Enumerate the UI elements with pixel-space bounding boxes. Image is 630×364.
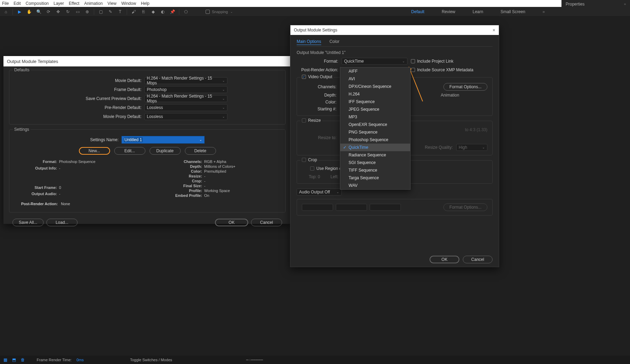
dd-item-sgi[interactable]: SGI Sequence	[340, 159, 410, 166]
include-source-xmp[interactable]: Include Source XMP Metadata	[411, 67, 493, 72]
3d-tool-icon[interactable]: ⬠	[182, 8, 190, 16]
audio-output-select[interactable]: Audio Output Off⌄	[297, 189, 342, 195]
workspace-overflow-icon[interactable]: »	[542, 9, 545, 14]
status-icon-3[interactable]: 🗑	[21, 357, 25, 362]
hand-tool-icon[interactable]: ✋	[25, 8, 33, 16]
edit-button[interactable]: Edit...	[114, 147, 145, 155]
menu-help[interactable]: Help	[141, 1, 150, 6]
delete-button[interactable]: Delete	[185, 147, 216, 155]
module-title: Output Module "Untitled 1"	[297, 50, 493, 55]
panel-properties[interactable]: Properties ≡	[561, 0, 630, 8]
resize-checkbox[interactable]	[302, 118, 306, 122]
duplicate-button[interactable]: Duplicate	[150, 147, 181, 155]
menu-composition[interactable]: Composition	[26, 1, 49, 6]
oms-cancel-button[interactable]: Cancel	[463, 256, 493, 263]
proxy-default-label: Movie Proxy Default:	[14, 114, 142, 119]
dd-item-targa[interactable]: Targa Sequence	[340, 174, 410, 182]
dd-item-iff[interactable]: IFF Sequence	[340, 98, 410, 106]
dd-item-jpeg[interactable]: JPEG Sequence	[340, 106, 410, 113]
pan-tool-icon[interactable]: ✥	[54, 8, 62, 16]
include-project-link[interactable]: Include Project Link	[411, 59, 493, 64]
movie-default-label: Movie Default:	[14, 78, 142, 83]
dd-item-quicktime[interactable]: QuickTime	[340, 144, 410, 151]
defaults-section: Defaults Movie Default: H.264 - Match Re…	[9, 70, 286, 125]
format-options-button[interactable]: Format Options...	[443, 83, 487, 91]
oms-ok-button[interactable]: OK	[430, 256, 459, 263]
dd-item-mp3[interactable]: MP3	[340, 113, 410, 121]
menu-effect[interactable]: Effect	[69, 1, 79, 6]
prerender-default-label: Pre-Render Default:	[14, 105, 142, 110]
snapping-toggle[interactable]: Snapping ⌄	[206, 10, 233, 14]
frame-default-label: Frame Default:	[14, 87, 142, 92]
video-output-checkbox[interactable]: ✓	[302, 75, 306, 79]
format-select[interactable]: QuickTime⌄	[342, 58, 407, 65]
ok-button[interactable]: OK	[215, 219, 248, 226]
menu-edit[interactable]: Edit	[14, 1, 21, 6]
menu-file[interactable]: File	[2, 1, 9, 6]
dd-item-wav[interactable]: WAV	[340, 182, 410, 189]
workspace-review[interactable]: Review	[442, 9, 455, 14]
crop-checkbox[interactable]	[302, 158, 306, 162]
snapping-checkbox[interactable]	[206, 10, 210, 14]
post-render-value: None	[61, 202, 70, 206]
dd-item-png[interactable]: PNG Sequence	[340, 128, 410, 136]
home-icon[interactable]: ⌂	[2, 8, 10, 16]
info-right: Channels:RGB + Alpha Depth:Millions of C…	[175, 160, 235, 198]
menu-window[interactable]: Window	[121, 1, 136, 6]
workspace-default[interactable]: Default	[411, 9, 424, 14]
audio-section: Format Options...	[297, 199, 493, 216]
frame-render-value: 0ms	[76, 358, 84, 362]
prerender-default-select[interactable]: Lossless⌄	[144, 104, 227, 111]
tab-color[interactable]: Color	[330, 39, 340, 45]
roto-tool-icon[interactable]: ◐	[159, 8, 166, 16]
post-render-action-label: Post-Render Action:	[297, 67, 338, 72]
dd-item-photoshop[interactable]: Photoshop Sequence	[340, 136, 410, 144]
anchor-tool-icon[interactable]: ⊕	[83, 8, 91, 16]
rotation-tool-icon[interactable]: ↻	[64, 8, 72, 16]
settings-section: Settings Settings Name: Untitled 1⌄ New.…	[9, 129, 286, 212]
status-icon-1[interactable]: ▦	[3, 357, 7, 362]
menu-animation[interactable]: Animation	[84, 1, 102, 6]
rectangle-tool-icon[interactable]: ▢	[97, 8, 105, 16]
toggle-switches-button[interactable]: Toggle Switches / Modes	[130, 358, 172, 362]
cancel-button[interactable]: Cancel	[251, 219, 282, 226]
settings-name-input[interactable]: Untitled 1⌄	[122, 136, 205, 144]
selection-tool-icon[interactable]: ▶	[16, 8, 23, 16]
camera-tool-icon[interactable]: ▭	[74, 8, 81, 16]
preview-default-select[interactable]: H.264 - Match Render Settings - 15 Mbps⌄	[144, 95, 227, 102]
clone-tool-icon[interactable]: ⎘	[140, 8, 147, 16]
movie-default-select[interactable]: H.264 - Match Render Settings - 15 Mbps⌄	[144, 77, 227, 84]
tab-main-options[interactable]: Main Options	[297, 39, 321, 45]
orbit-tool-icon[interactable]: ⟳	[45, 8, 52, 16]
save-all-button[interactable]: Save All...	[12, 219, 44, 226]
pen-tool-icon[interactable]: ✎	[107, 8, 114, 16]
oms-titlebar[interactable]: Output Module Settings ×	[290, 25, 499, 35]
load-button[interactable]: Load...	[46, 219, 78, 226]
menu-layer[interactable]: Layer	[54, 1, 64, 6]
workspace-small-screen[interactable]: Small Screen	[501, 9, 525, 14]
brush-tool-icon[interactable]: 🖌	[130, 8, 137, 16]
close-icon[interactable]: ×	[493, 27, 495, 33]
dd-item-aiff[interactable]: AIFF	[340, 67, 410, 75]
dialog-titlebar[interactable]: Output Module Templates	[3, 56, 291, 66]
workspace-learn[interactable]: Learn	[472, 9, 483, 14]
dd-item-radiance[interactable]: Radiance Sequence	[340, 151, 410, 159]
snapping-label: Snapping	[212, 10, 228, 14]
new-button[interactable]: New...	[79, 147, 110, 155]
dd-item-dpx[interactable]: DPX/Cineon Sequence	[340, 83, 410, 90]
proxy-default-select[interactable]: Lossless⌄	[144, 113, 227, 120]
defaults-label: Defaults	[13, 67, 31, 72]
dd-item-openexr[interactable]: OpenEXR Sequence	[340, 121, 410, 128]
menu-view[interactable]: View	[108, 1, 117, 6]
menubar: File Edit Composition Layer Effect Anima…	[0, 0, 630, 7]
status-icon-2[interactable]: ⬒	[12, 357, 16, 362]
puppet-tool-icon[interactable]: 📌	[169, 8, 176, 16]
type-tool-icon[interactable]: T	[116, 8, 124, 16]
eraser-tool-icon[interactable]: ◆	[149, 8, 157, 16]
frame-default-select[interactable]: Photoshop⌄	[144, 86, 227, 93]
dd-item-h264[interactable]: H.264	[340, 90, 410, 98]
zoom-tool-icon[interactable]: 🔍	[35, 8, 43, 16]
preview-default-label: Save Current Preview Default:	[14, 96, 142, 101]
dd-item-avi[interactable]: AVI	[340, 75, 410, 83]
dd-item-tiff[interactable]: TIFF Sequence	[340, 166, 410, 174]
